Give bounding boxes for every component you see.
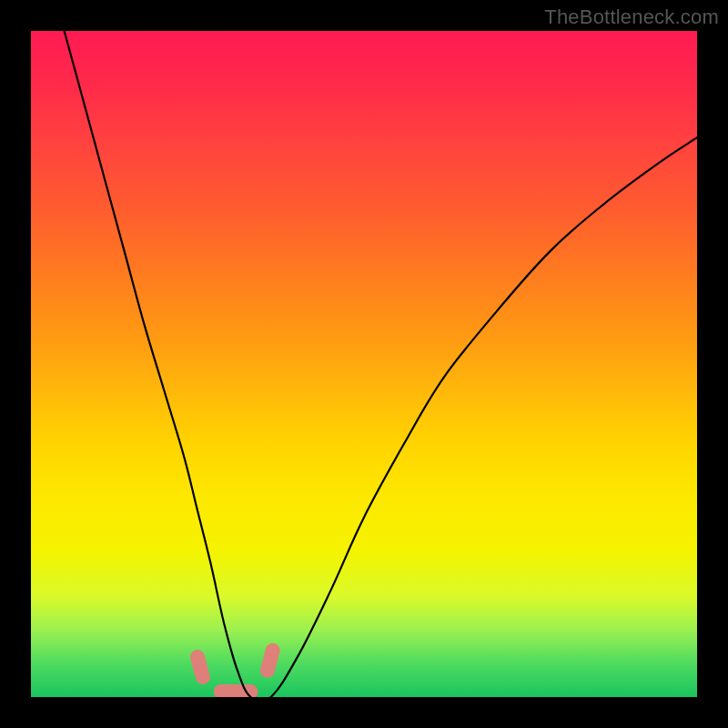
trough-markers bbox=[197, 651, 273, 692]
watermark-text: TheBottleneck.com bbox=[544, 5, 719, 29]
chart-frame: TheBottleneck.com bbox=[0, 0, 728, 728]
bottleneck-curve bbox=[65, 31, 697, 697]
curve-svg bbox=[31, 31, 697, 697]
plot-area bbox=[31, 31, 697, 697]
